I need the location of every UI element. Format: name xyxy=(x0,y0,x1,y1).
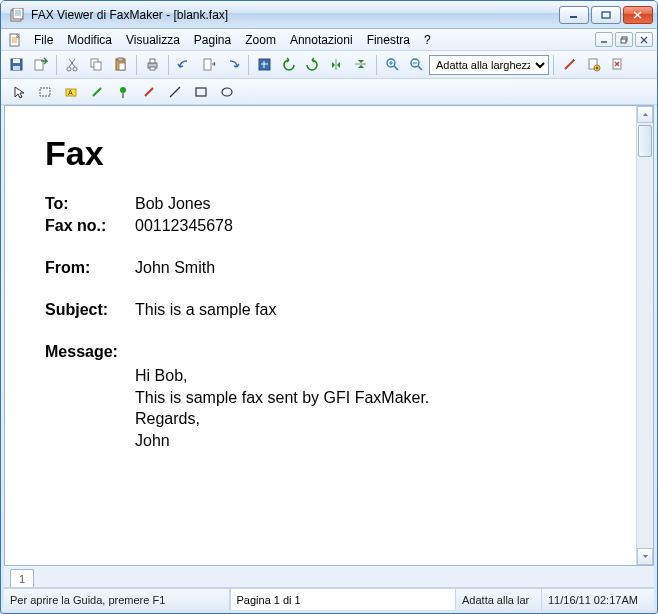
menu-pagina[interactable]: Pagina xyxy=(187,31,238,49)
statusbar: Per aprire la Guida, premere F1 Pagina 1… xyxy=(4,588,654,610)
svg-rect-33 xyxy=(150,67,155,70)
menu-finestra[interactable]: Finestra xyxy=(360,31,417,49)
menu-visualizza[interactable]: Visualizza xyxy=(119,31,187,49)
undo-button[interactable] xyxy=(173,54,196,76)
toolbar-separator xyxy=(168,55,169,75)
menu-help[interactable]: ? xyxy=(417,31,438,49)
print-button[interactable] xyxy=(141,54,164,76)
draw-red-tool[interactable] xyxy=(137,81,160,103)
fit-page-button[interactable] xyxy=(253,54,276,76)
annotate-pencil-button[interactable] xyxy=(558,54,581,76)
svg-rect-19 xyxy=(13,59,20,63)
svg-line-57 xyxy=(170,87,180,97)
toolbar-separator xyxy=(136,55,137,75)
flip-horizontal-button[interactable] xyxy=(325,54,348,76)
cut-button[interactable] xyxy=(61,54,84,76)
svg-rect-29 xyxy=(118,58,123,61)
save-button[interactable] xyxy=(5,54,28,76)
mdi-minimize-button[interactable] xyxy=(595,32,613,47)
page-nav-button[interactable] xyxy=(197,54,220,76)
app-icon xyxy=(9,7,25,23)
pin-tool[interactable] xyxy=(111,81,134,103)
label-to: To: xyxy=(45,195,135,213)
svg-rect-58 xyxy=(196,88,206,96)
svg-point-54 xyxy=(120,87,126,93)
annotate-lock-button[interactable] xyxy=(582,54,605,76)
message-line: Regards, xyxy=(135,408,596,430)
value-subject: This is a sample fax xyxy=(135,301,596,319)
vertical-scrollbar[interactable] xyxy=(636,106,653,565)
scroll-track[interactable] xyxy=(637,123,653,548)
menu-zoom[interactable]: Zoom xyxy=(238,31,283,49)
status-help: Per aprire la Guida, premere F1 xyxy=(4,589,230,610)
svg-rect-30 xyxy=(119,63,125,70)
redo-button[interactable] xyxy=(221,54,244,76)
toolbar-separator xyxy=(56,55,57,75)
menu-file[interactable]: File xyxy=(27,31,60,49)
pointer-tool[interactable] xyxy=(7,81,30,103)
svg-line-43 xyxy=(418,66,422,70)
value-from: John Smith xyxy=(135,259,596,277)
flip-vertical-button[interactable] xyxy=(349,54,372,76)
status-datetime: 11/16/11 02:17AM xyxy=(542,589,654,610)
annotate-stamp-button[interactable] xyxy=(606,54,629,76)
scroll-down-button[interactable] xyxy=(637,548,653,565)
svg-rect-50 xyxy=(40,88,50,96)
label-from: From: xyxy=(45,259,135,277)
selection-tool[interactable] xyxy=(33,81,56,103)
label-faxno: Fax no.: xyxy=(45,217,135,235)
close-button[interactable] xyxy=(623,6,653,24)
page-tabstrip: 1 xyxy=(4,566,654,588)
value-to: Bob Jones xyxy=(135,195,596,213)
menu-modifica[interactable]: Modifica xyxy=(60,31,119,49)
svg-rect-27 xyxy=(94,62,101,70)
main-toolbar: Adatta alla larghezza xyxy=(1,51,657,79)
svg-text:A: A xyxy=(68,89,73,96)
zoom-select[interactable]: Adatta alla larghezza xyxy=(429,55,549,75)
scroll-up-button[interactable] xyxy=(637,106,653,123)
draw-green-tool[interactable] xyxy=(85,81,108,103)
highlight-tool[interactable]: A xyxy=(59,81,82,103)
window-title: FAX Viewer di FaxMaker - [blank.fax] xyxy=(29,8,557,22)
zoom-in-button[interactable] xyxy=(381,54,404,76)
app-window: FAX Viewer di FaxMaker - [blank.fax] Fil… xyxy=(0,0,658,614)
copy-button[interactable] xyxy=(85,54,108,76)
scroll-thumb[interactable] xyxy=(638,125,652,157)
rotate-left-button[interactable] xyxy=(277,54,300,76)
svg-point-24 xyxy=(67,67,71,71)
zoom-out-button[interactable] xyxy=(405,54,428,76)
viewport[interactable]: Fax To: Bob Jones Fax no.: 00112345678 F… xyxy=(5,106,653,565)
message-line: Hi Bob, xyxy=(135,365,596,387)
label-message: Message: xyxy=(45,343,135,361)
message-body: Hi Bob, This is sample fax sent by GFI F… xyxy=(135,365,596,451)
menu-annotazioni[interactable]: Annotazioni xyxy=(283,31,360,49)
titlebar: FAX Viewer di FaxMaker - [blank.fax] xyxy=(1,1,657,29)
svg-rect-6 xyxy=(602,12,610,18)
svg-line-45 xyxy=(565,60,574,69)
line-tool[interactable] xyxy=(163,81,186,103)
mdi-close-button[interactable] xyxy=(635,32,653,47)
export-button[interactable] xyxy=(29,54,52,76)
message-line: John xyxy=(135,430,596,452)
client-area: Fax To: Bob Jones Fax no.: 00112345678 F… xyxy=(4,105,654,566)
annotation-toolbar: A xyxy=(1,79,657,105)
svg-line-56 xyxy=(145,88,153,96)
minimize-button[interactable] xyxy=(559,6,589,24)
svg-rect-20 xyxy=(13,66,20,70)
mdi-restore-button[interactable] xyxy=(615,32,633,47)
svg-rect-15 xyxy=(621,39,626,43)
page-tab-1[interactable]: 1 xyxy=(10,569,34,587)
ellipse-tool[interactable] xyxy=(215,81,238,103)
rect-tool[interactable] xyxy=(189,81,212,103)
status-page: Pagina 1 di 1 xyxy=(230,589,457,610)
fax-heading: Fax xyxy=(45,134,596,173)
paste-button[interactable] xyxy=(109,54,132,76)
maximize-button[interactable] xyxy=(591,6,621,24)
svg-point-25 xyxy=(73,67,77,71)
menubar: File Modifica Visualizza Pagina Zoom Ann… xyxy=(1,29,657,51)
fax-page: Fax To: Bob Jones Fax no.: 00112345678 F… xyxy=(5,106,636,565)
svg-rect-48 xyxy=(596,67,598,69)
status-zoom: Adatta alla lar xyxy=(456,589,542,610)
rotate-right-button[interactable] xyxy=(301,54,324,76)
svg-line-39 xyxy=(394,66,398,70)
